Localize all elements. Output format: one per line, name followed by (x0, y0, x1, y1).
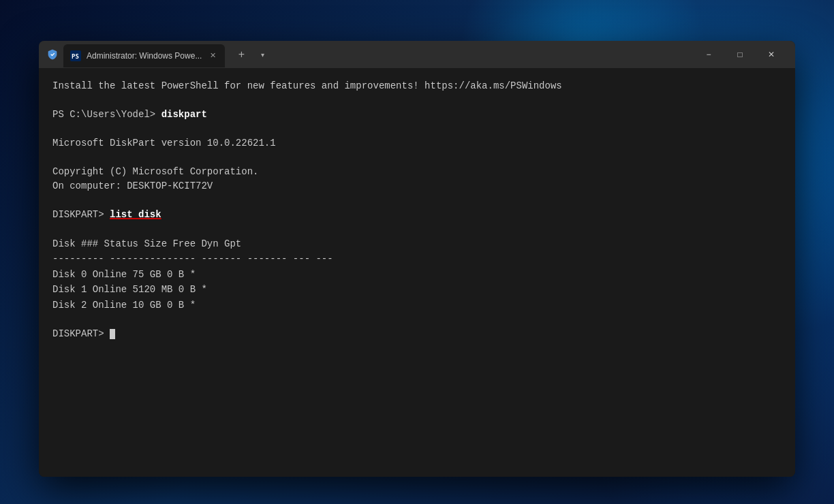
diskpart-version: Microsoft DiskPart version 10.0.22621.1 (52, 136, 782, 151)
install-message: Install the latest PowerShell for new fe… (52, 79, 782, 93)
prompt-final: DISKPART> (52, 327, 782, 341)
prompt-listdisk: DISKPART> list disk (52, 208, 782, 222)
terminal-content[interactable]: Install the latest PowerShell for new fe… (39, 68, 795, 477)
disk2-row: Disk 2 Online 10 GB 0 B * (52, 298, 782, 313)
title-bar: PS Administrator: Windows Powe... ✕ + ▾ … (39, 41, 795, 68)
command-listdisk: list disk (110, 209, 161, 220)
tab-title: Administrator: Windows Powe... (87, 51, 202, 61)
close-button[interactable]: ✕ (756, 44, 787, 65)
disk0-row: Disk 0 Online 75 GB 0 B * (52, 267, 782, 282)
table-header-row: Disk ### Status Size Free Dyn Gpt (52, 236, 782, 251)
title-bar-left: PS Administrator: Windows Powe... ✕ + ▾ (47, 42, 370, 67)
window-controls: − □ ✕ (693, 44, 787, 65)
cursor (110, 329, 115, 339)
tab-dropdown-button[interactable]: ▾ (255, 47, 270, 62)
copyright-line: Copyright (C) Microsoft Corporation. (52, 165, 782, 179)
computer-line: On computer: DESKTOP-KCIT72V (52, 179, 782, 193)
minimize-button[interactable]: − (693, 44, 724, 65)
prompt-diskpart: PS C:\Users\Yodel> diskpart (52, 108, 782, 122)
active-tab[interactable]: PS Administrator: Windows Powe... ✕ (63, 44, 225, 67)
disk-table: Disk ### Status Size Free Dyn Gpt ------… (52, 236, 782, 313)
powershell-icon: PS (70, 50, 81, 61)
svg-text:PS: PS (72, 53, 79, 60)
table-separator-row: --------- --------------- ------- ------… (52, 251, 782, 266)
maximize-button[interactable]: □ (724, 44, 756, 65)
shield-icon (47, 49, 58, 60)
tab-close-button[interactable]: ✕ (207, 50, 218, 61)
disk1-row: Disk 1 Online 5120 MB 0 B * (52, 282, 782, 297)
command-diskpart: diskpart (161, 109, 207, 120)
terminal-window: PS Administrator: Windows Powe... ✕ + ▾ … (39, 41, 795, 477)
new-tab-button[interactable]: + (232, 45, 251, 64)
